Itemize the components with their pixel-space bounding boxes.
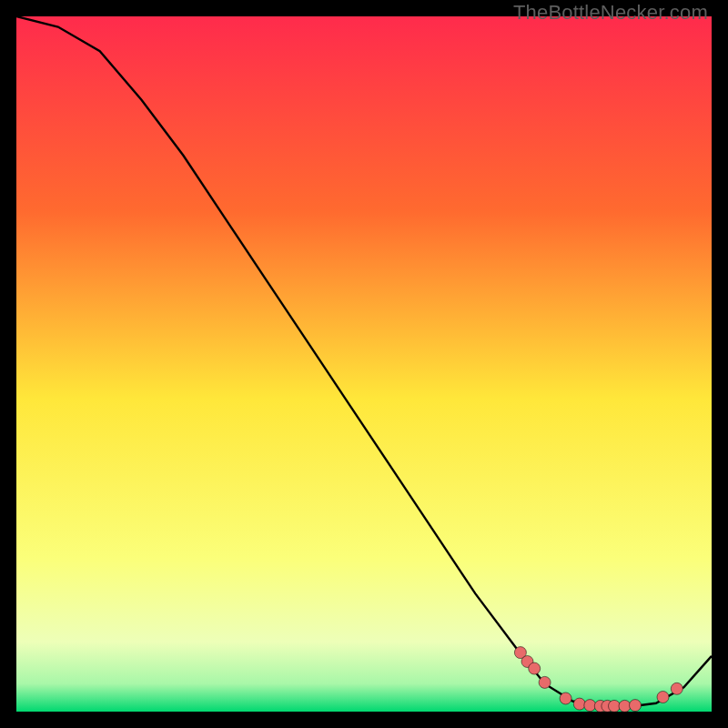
marker-dot bbox=[619, 700, 631, 712]
watermark-text: TheBottleNecker.com bbox=[513, 1, 708, 25]
marker-dot bbox=[573, 698, 585, 710]
marker-dot bbox=[529, 662, 541, 674]
marker-dot bbox=[609, 700, 621, 712]
gradient-background bbox=[16, 16, 712, 712]
marker-dot bbox=[584, 700, 596, 712]
marker-dot bbox=[539, 676, 551, 688]
marker-dot bbox=[630, 700, 642, 712]
marker-dot bbox=[657, 692, 669, 703]
marker-dot bbox=[560, 693, 571, 704]
bottleneck-chart bbox=[16, 16, 712, 712]
chart-frame bbox=[16, 16, 712, 712]
marker-dot bbox=[671, 682, 682, 694]
